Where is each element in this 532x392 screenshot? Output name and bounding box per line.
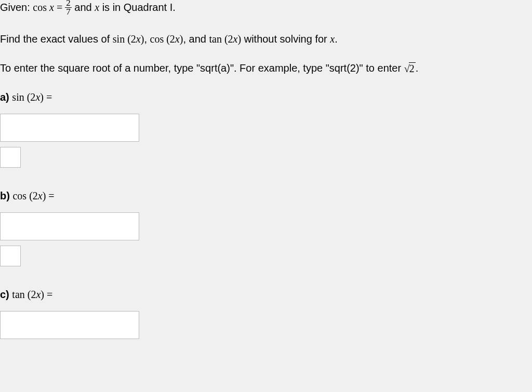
answer-input-b[interactable] (0, 212, 139, 240)
answer-input-c[interactable] (0, 311, 139, 339)
a-expr: sin (2x) = (12, 91, 52, 103)
label-a: a) (0, 91, 9, 103)
equals: = (54, 2, 65, 13)
find-prefix: Find the exact values of (0, 33, 113, 45)
find-cos: cos (2x) (150, 33, 183, 45)
part-b-label: b) cos (2x) = (0, 188, 532, 203)
radicand: 2 (409, 62, 416, 74)
given-suffix: is in Quadrant I. (99, 2, 176, 13)
fraction-2-7: 27 (65, 0, 72, 16)
sqrt-2: √2 (404, 61, 416, 76)
func-cos: cos (33, 2, 47, 13)
c-expr: tan (2x) = (12, 289, 52, 300)
comma1: , (144, 33, 150, 45)
given-prefix: Given: (0, 2, 33, 13)
answer-input-a-small[interactable] (0, 147, 21, 168)
frac-den: 7 (65, 8, 72, 16)
and: , and (183, 33, 209, 45)
find-sin: sin (2x) (113, 33, 144, 45)
answer-input-a[interactable] (0, 114, 139, 142)
var-x: x (49, 2, 54, 13)
find-line: Find the exact values of sin (2x), cos (… (0, 32, 532, 46)
answer-block-c (0, 311, 532, 339)
part-a-label: a) sin (2x) = (0, 90, 532, 104)
given-expr: cos x = 27 (33, 2, 71, 13)
hint-text: To enter the square root of a number, ty… (0, 62, 404, 74)
answer-input-b-small[interactable] (0, 246, 21, 266)
label-c: c) (0, 289, 9, 300)
part-c-label: c) tan (2x) = (0, 287, 532, 302)
var-x-2: x (95, 2, 99, 13)
find-tan: tan (2x) (209, 33, 241, 45)
var-x-3: x (330, 33, 335, 45)
answer-block-a (0, 114, 532, 168)
hint-line: To enter the square root of a number, ty… (0, 61, 532, 75)
given-and: and (72, 2, 95, 13)
label-b: b) (0, 190, 10, 201)
answer-block-b (0, 212, 532, 266)
given-line: Given: cos x = 27 and x is in Quadrant I… (0, 0, 532, 17)
period: . (335, 33, 338, 45)
find-suffix: without solving for (241, 33, 330, 45)
b-expr: cos (2x) = (12, 190, 54, 201)
hint-period: . (416, 62, 419, 74)
